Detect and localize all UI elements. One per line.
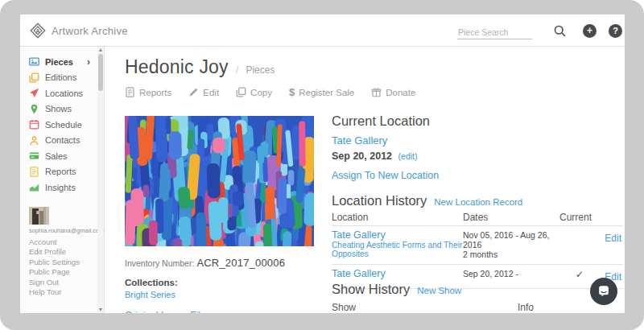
search-input[interactable] xyxy=(457,26,532,39)
app-window: A Artwork Archive + ? Pieces › xyxy=(20,14,625,313)
breadcrumb-separator: / xyxy=(236,64,239,76)
column-current: Current xyxy=(559,212,600,225)
inventory-value: ACR_2017_00006 xyxy=(196,257,285,269)
show-history-header: Show Info xyxy=(332,302,623,313)
account-links: Account Edit Profile Public Settings Pub… xyxy=(29,237,80,297)
column-show: Show xyxy=(332,302,518,313)
document-icon xyxy=(125,87,135,97)
sidebar-item-label: Locations xyxy=(45,89,83,98)
scrollbar-thumb[interactable] xyxy=(98,54,103,91)
chat-button[interactable] xyxy=(590,278,617,305)
sidebar-item-label: Shows xyxy=(45,104,72,113)
collection-link[interactable]: Bright Series xyxy=(125,290,175,299)
copy-label: Copy xyxy=(250,88,272,97)
artwork-archive-logo-icon[interactable]: A xyxy=(30,23,46,39)
app-name: Artwork Archive xyxy=(52,25,128,37)
svg-text:A: A xyxy=(36,28,40,34)
top-bar: A Artwork Archive + ? xyxy=(20,14,625,47)
new-location-record-link[interactable]: New Location Record xyxy=(434,197,522,207)
artwork-image[interactable] xyxy=(125,116,314,246)
account-email: sophia.rouhana@gmail.com xyxy=(29,227,105,234)
row-location-link[interactable]: Tate Gallery xyxy=(332,269,463,279)
help-tour-link[interactable]: Help Tour xyxy=(29,287,80,297)
screenshot-stage: A Artwork Archive + ? Pieces › xyxy=(0,0,644,330)
public-settings-link[interactable]: Public Settings xyxy=(29,258,80,267)
edit-label: Edit xyxy=(203,88,219,97)
calendar-icon xyxy=(29,119,39,130)
location-history-heading-row: Location History New Location Record xyxy=(332,193,522,208)
copy-button[interactable]: Copy xyxy=(236,86,272,98)
sidebar-item-schedule[interactable]: Schedule xyxy=(20,117,104,133)
sign-out-link[interactable]: Sign Out xyxy=(29,278,80,287)
main-content: Hedonic Joy / Pieces Reports Edit xyxy=(105,47,625,313)
scroll-up-arrow-icon[interactable] xyxy=(99,48,102,52)
current-checkmark xyxy=(559,230,600,259)
right-column: Current Location Tate Gallery Sep 20, 20… xyxy=(332,47,623,313)
inventory-label: Inventory Number: xyxy=(125,258,194,268)
public-page-link[interactable]: Public Page xyxy=(29,267,80,277)
original-image-files-link[interactable]: Original Image Files xyxy=(125,310,211,313)
sidebar-item-sales[interactable]: Sales xyxy=(20,148,104,164)
collections-label: Collections: xyxy=(125,278,178,287)
copies-icon xyxy=(29,72,39,83)
current-location-date: Sep 20, 2012 (edit) xyxy=(332,151,417,162)
location-history-header: Location Dates Current xyxy=(332,212,623,226)
send-icon xyxy=(29,88,39,98)
sidebar-item-label: Reports xyxy=(45,167,76,176)
credit-card-icon xyxy=(29,151,39,161)
copies-icon xyxy=(236,87,246,97)
edit-button[interactable]: Edit xyxy=(188,86,219,98)
sidebar-nav: Pieces › Editions Locations xyxy=(20,54,104,196)
location-history-row: Tate Gallery Cheating Aesthetic Forms an… xyxy=(332,226,623,265)
location-history-heading: Location History xyxy=(332,193,427,208)
map-pin-icon xyxy=(29,104,39,114)
edit-date-link[interactable]: (edit) xyxy=(398,151,418,161)
reports-button[interactable]: Reports xyxy=(125,86,171,98)
sidebar-item-contacts[interactable]: Contacts xyxy=(20,133,104,149)
show-history-heading-row: Show History New Show xyxy=(332,282,461,297)
sidebar-item-label: Contacts xyxy=(45,135,80,145)
row-dates: Nov 05, 2016 - Aug 26, 2016 xyxy=(463,230,559,250)
current-location-heading: Current Location xyxy=(332,113,430,129)
inventory-number: Inventory Number:ACR_2017_00006 xyxy=(125,257,285,269)
add-icon[interactable]: + xyxy=(583,24,597,38)
row-location-link[interactable]: Tate Gallery xyxy=(332,230,463,241)
sidebar-item-label: Schedule xyxy=(45,120,82,130)
sidebar-item-label: Editions xyxy=(45,72,76,82)
show-history-heading: Show History xyxy=(332,282,410,297)
sidebar-item-label: Sales xyxy=(45,151,68,161)
sidebar-item-locations[interactable]: Locations xyxy=(20,85,104,101)
help-icon[interactable]: ? xyxy=(609,24,622,38)
account-link[interactable]: Account xyxy=(29,237,80,247)
sidebar-item-editions[interactable]: Editions xyxy=(20,70,104,86)
sidebar-item-pieces[interactable]: Pieces › xyxy=(20,54,104,70)
sidebar-scrollbar[interactable] xyxy=(97,47,104,313)
current-location-link[interactable]: Tate Gallery xyxy=(332,134,387,146)
sidebar-item-insights[interactable]: Insights xyxy=(20,179,104,196)
breadcrumb-pieces[interactable]: Pieces xyxy=(246,64,275,76)
area-chart-icon xyxy=(29,182,39,192)
location-date: Sep 20, 2012 xyxy=(332,151,392,162)
column-location: Location xyxy=(332,212,463,225)
page-title: Hedonic Joy xyxy=(125,56,229,78)
sidebar-item-label: Insights xyxy=(45,183,76,192)
row-dates: Sep 20, 2012 - xyxy=(463,269,559,278)
dollar-icon: $ xyxy=(289,86,295,98)
reports-label: Reports xyxy=(139,88,171,97)
person-icon xyxy=(29,135,39,146)
chevron-right-icon: › xyxy=(87,56,90,68)
new-show-link[interactable]: New Show xyxy=(417,286,461,295)
row-show-link[interactable]: Cheating Aesthetic Forms and Their Oppos… xyxy=(332,241,463,258)
edit-profile-link[interactable]: Edit Profile xyxy=(29,247,80,257)
row-edit-link[interactable]: Edit xyxy=(605,233,621,244)
search-icon[interactable] xyxy=(553,24,567,38)
sidebar-item-reports[interactable]: Reports xyxy=(20,164,104,180)
row-duration: 2 months xyxy=(463,250,559,259)
sidebar-item-shows[interactable]: Shows xyxy=(20,101,104,118)
assign-new-location-link[interactable]: Assign To New Location xyxy=(332,170,439,181)
profile-photo[interactable] xyxy=(29,207,49,225)
image-icon xyxy=(29,56,39,67)
scroll-down-arrow-icon[interactable] xyxy=(99,308,102,311)
location-history-table: Location Dates Current Tate Gallery Chea… xyxy=(332,212,623,289)
document-icon xyxy=(29,167,39,177)
